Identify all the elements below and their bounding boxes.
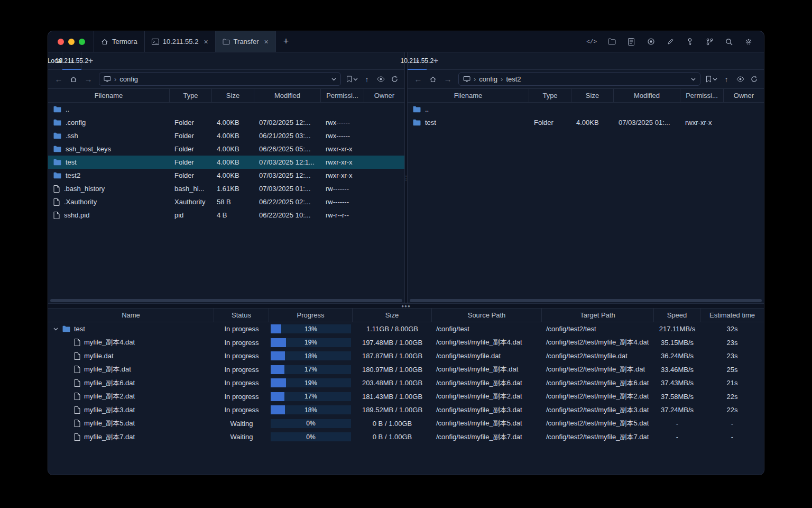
transfer-column-header-progress[interactable]: Progress xyxy=(269,309,353,322)
transfer-row[interactable]: myfile_副本6.datIn progress19%203.48MB / 1… xyxy=(48,376,764,390)
transfer-column-header-speed[interactable]: Speed xyxy=(654,309,700,322)
column-header-size[interactable]: Size xyxy=(571,89,614,102)
back-button[interactable]: ← xyxy=(412,74,425,85)
transfer-column-header-estimated-time[interactable]: Estimated time xyxy=(700,309,764,322)
app-tab-10-211-55-2[interactable]: 10.211.55.2× xyxy=(144,31,215,52)
transfer-column-header-size[interactable]: Size xyxy=(353,309,432,322)
target-cell: /config/test2/test/myfile_副本3.dat xyxy=(542,405,654,415)
file-row[interactable]: testFolder4.00KB07/03/2025 01:...rwxr-xr… xyxy=(408,116,764,129)
transfer-column-header-source-path[interactable]: Source Path xyxy=(432,309,542,322)
forward-button[interactable]: → xyxy=(441,74,454,85)
panel-tab-bar-left: Local10.211.55.2×+ xyxy=(48,52,404,70)
breadcrumb-item[interactable]: config xyxy=(479,75,497,83)
column-header-permissions[interactable]: Permissi... xyxy=(680,89,724,102)
horizontal-scrollbar[interactable] xyxy=(48,298,404,303)
minimize-window-button[interactable] xyxy=(68,39,75,45)
breadcrumb-dropdown-icon[interactable] xyxy=(331,78,336,81)
collapse-chevron-icon[interactable] xyxy=(52,328,59,331)
record-button[interactable] xyxy=(645,36,657,48)
column-header-type[interactable]: Type xyxy=(529,89,571,102)
horizontal-splitter[interactable]: ●●● xyxy=(48,303,764,309)
home-button[interactable] xyxy=(67,74,80,85)
app-tab-termora[interactable]: Termora xyxy=(94,31,144,52)
show-hidden-button[interactable] xyxy=(375,74,386,85)
file-row[interactable]: .. xyxy=(408,103,764,116)
breadcrumb-item[interactable]: test2 xyxy=(506,75,521,83)
file-icon xyxy=(74,352,80,360)
transfer-row[interactable]: myfile_副本2.datIn progress17%181.43MB / 1… xyxy=(48,390,764,404)
transfer-column-header-target-path[interactable]: Target Path xyxy=(542,309,654,322)
search-button[interactable] xyxy=(723,36,735,48)
file-row[interactable]: .bash_historybash_hi...1.61KB07/03/2025 … xyxy=(48,182,404,195)
size-cell: 187.87MB / 1.00GB xyxy=(353,352,432,360)
eye-icon xyxy=(736,76,744,82)
bookmark-button[interactable] xyxy=(705,74,718,85)
breadcrumb-item[interactable]: config xyxy=(119,75,138,83)
horizontal-scrollbar[interactable] xyxy=(408,298,764,303)
refresh-button[interactable] xyxy=(389,74,400,85)
key-button[interactable] xyxy=(684,36,696,48)
breadcrumb[interactable]: ›config xyxy=(99,72,341,86)
branch-button[interactable] xyxy=(704,36,715,48)
zoom-window-button[interactable] xyxy=(79,39,85,45)
close-tab-icon[interactable]: × xyxy=(264,38,269,46)
scrollbar-thumb[interactable] xyxy=(50,299,402,302)
upload-button[interactable]: ↑ xyxy=(721,74,732,85)
file-row[interactable]: .. xyxy=(48,103,404,116)
column-header-modified[interactable]: Modified xyxy=(254,89,321,102)
filename: .. xyxy=(425,105,429,113)
breadcrumb-dropdown-icon[interactable] xyxy=(691,78,696,81)
filename: .ssh xyxy=(66,132,78,140)
app-tab-transfer[interactable]: Transfer× xyxy=(215,31,276,52)
column-header-owner[interactable]: Owner xyxy=(364,89,404,102)
file-row[interactable]: .configFolder4.00KB07/02/2025 12:...rwx-… xyxy=(48,116,404,129)
show-hidden-button[interactable] xyxy=(734,74,746,85)
breadcrumb[interactable]: ›config›test2 xyxy=(458,72,700,86)
column-header-permissions[interactable]: Permissi... xyxy=(321,89,364,102)
file-row[interactable]: .XauthorityXauthority58 B06/22/2025 02:.… xyxy=(48,195,404,208)
column-header-owner[interactable]: Owner xyxy=(724,89,764,102)
refresh-button[interactable] xyxy=(748,74,760,85)
back-button[interactable]: ← xyxy=(52,74,65,85)
panel-tab-10-211-55-2[interactable]: 10.211.55.2× xyxy=(62,52,82,69)
folder-outline-button[interactable] xyxy=(606,36,617,48)
forward-button[interactable]: → xyxy=(82,74,95,85)
transfer-column-header-name[interactable]: Name xyxy=(48,309,214,322)
transfer-column-header-status[interactable]: Status xyxy=(214,309,269,322)
speed-cell: 37.58MB/s xyxy=(654,393,700,401)
bookmark-button[interactable] xyxy=(345,74,359,85)
transfer-row[interactable]: myfile_副本3.datIn progress18%189.52MB / 1… xyxy=(48,403,764,417)
app-tab-label: Transfer xyxy=(234,38,259,46)
close-tab-icon[interactable]: × xyxy=(204,38,208,46)
file-table-header: FilenameTypeSizeModifiedPermissi...Owner xyxy=(48,88,404,103)
column-header-filename[interactable]: Filename xyxy=(408,89,529,102)
file-row[interactable]: sshd.pidpid4 B06/22/2025 10:...rw-r--r-- xyxy=(48,208,404,222)
search-icon xyxy=(725,38,733,46)
transfer-row[interactable]: myfile_副本4.datIn progress19%197.48MB / 1… xyxy=(48,336,764,350)
file-row[interactable]: test2Folder4.00KB07/03/2025 12:...rwxr-x… xyxy=(48,169,404,182)
code-button[interactable]: </> xyxy=(585,36,598,48)
transfer-row[interactable]: myfile.datIn progress18%187.87MB / 1.00G… xyxy=(48,349,764,363)
panel-tab-10-211-55-2[interactable]: 10.211.55.2× xyxy=(408,52,427,69)
column-header-filename[interactable]: Filename xyxy=(48,89,170,102)
transfer-row[interactable]: myfile_副本.datIn progress17%180.97MB / 1.… xyxy=(48,363,764,377)
transfer-row[interactable]: myfile_副本5.datWaiting0%0 B / 1.00GB/conf… xyxy=(48,417,764,431)
file-row[interactable]: ssh_host_keysFolder4.00KB06/26/2025 05:.… xyxy=(48,142,404,156)
file-row[interactable]: testFolder4.00KB07/03/2025 12:1...rwxr-x… xyxy=(48,156,404,169)
column-header-modified[interactable]: Modified xyxy=(614,89,680,102)
scrollbar-thumb[interactable] xyxy=(410,299,762,302)
log-button[interactable] xyxy=(625,36,637,48)
new-app-tab-button[interactable]: + xyxy=(276,31,297,52)
log-icon xyxy=(628,38,634,46)
column-header-type[interactable]: Type xyxy=(170,89,212,102)
transfer-row[interactable]: myfile_副本7.datWaiting0%0 B / 1.00GB/conf… xyxy=(48,430,764,444)
transfer-row[interactable]: testIn progress13%1.11GB / 8.00GB/config… xyxy=(48,322,764,336)
column-header-size[interactable]: Size xyxy=(212,89,254,102)
edit-button[interactable] xyxy=(665,36,676,48)
file-row[interactable]: .sshFolder4.00KB06/21/2025 03:...rwx----… xyxy=(48,129,404,142)
close-window-button[interactable] xyxy=(58,39,64,45)
transfer-item-name: myfile.dat xyxy=(84,352,114,360)
settings-button[interactable] xyxy=(743,36,754,48)
home-button[interactable] xyxy=(427,74,439,85)
upload-button[interactable]: ↑ xyxy=(361,74,373,85)
